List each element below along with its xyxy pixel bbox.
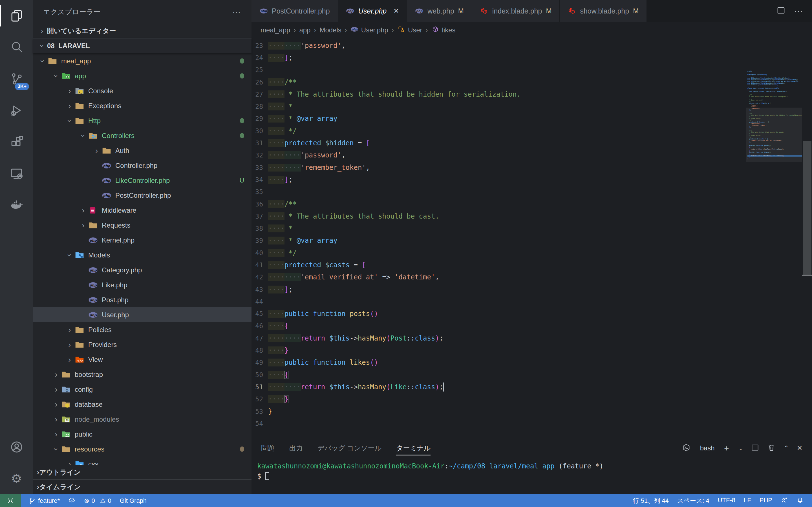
tree-item-Requests[interactable]: ›Requests <box>33 218 252 233</box>
tree-item-Auth[interactable]: ›Auth <box>33 143 252 158</box>
tree-item-Exceptions[interactable]: ›Exceptions <box>33 98 252 113</box>
chevron-right-icon[interactable]: › <box>64 87 75 96</box>
panel-tab-出力[interactable]: 出力 <box>289 439 303 457</box>
chevron-right-icon[interactable]: › <box>64 325 75 334</box>
breadcrumb-item-User[interactable]: User <box>397 26 422 34</box>
tree-item-PostController.php[interactable]: phpPostController.php <box>33 188 252 203</box>
tree-item-Controllers[interactable]: ›Controllers <box>33 128 252 143</box>
shell-label[interactable]: bash <box>700 444 715 452</box>
remote-explorer-icon[interactable] <box>0 158 33 189</box>
source-control-icon[interactable]: 3K+ <box>0 63 33 95</box>
breadcrumb-item-User.php[interactable]: phpUser.php <box>350 26 388 34</box>
chevron-right-icon[interactable]: › <box>51 385 61 394</box>
remote-indicator[interactable] <box>0 494 21 507</box>
tree-item-Http[interactable]: ›Http <box>33 113 252 128</box>
status-item-Git Graph[interactable]: Git Graph <box>116 497 151 504</box>
split-editor-icon[interactable] <box>776 6 785 16</box>
search-icon[interactable] <box>0 32 33 63</box>
chevron-right-icon[interactable]: › <box>78 206 88 215</box>
chevron-down-icon[interactable]: › <box>38 56 47 66</box>
status-item-0[interactable]: ⊗0⚠0 <box>80 497 116 504</box>
tree-item-View[interactable]: ›</>View <box>33 352 252 367</box>
status-item-LF[interactable]: LF <box>740 497 755 504</box>
close-panel-icon[interactable]: ✕ <box>797 444 802 452</box>
breadcrumb-item-likes[interactable]: likes <box>432 26 456 34</box>
tree-item-Post.php[interactable]: phpPost.php <box>33 292 252 307</box>
panel-tab-問題[interactable]: 問題 <box>261 439 274 457</box>
explorer-icon[interactable] <box>0 0 33 32</box>
tree-item-css[interactable]: ›#css <box>33 457 252 465</box>
kill-terminal-icon[interactable] <box>767 443 776 453</box>
chevron-right-icon[interactable]: › <box>51 370 61 379</box>
panel-tab-デバッグ コンソール[interactable]: デバッグ コンソール <box>317 439 382 457</box>
chevron-down-icon[interactable]: › <box>79 131 88 141</box>
vertical-scrollbar[interactable] <box>802 38 812 439</box>
tab-User.php[interactable]: phpUser.php✕ <box>338 0 407 22</box>
tree-item-User.php[interactable]: phpUser.php <box>33 307 252 322</box>
breadcrumb-item-meal_app[interactable]: meal_app <box>260 26 290 34</box>
status-item-スペース: 4[interactable]: スペース: 4 <box>673 497 714 505</box>
chevron-down-icon[interactable]: › <box>65 116 74 126</box>
scrollbar-slider[interactable] <box>803 141 811 275</box>
tree-item-Console[interactable]: ›>_Console <box>33 83 252 98</box>
docker-icon[interactable] <box>0 189 33 221</box>
chevron-down-icon[interactable]: › <box>52 71 61 81</box>
tree-item-bootstrap[interactable]: ›bootstrap <box>33 367 252 382</box>
status-item-bell[interactable] <box>792 497 808 504</box>
tab-PostController.php[interactable]: phpPostController.php <box>252 0 338 22</box>
chevron-right-icon[interactable]: › <box>51 400 61 409</box>
tab-show.blade.php[interactable]: show.blade.phpM <box>560 0 647 22</box>
minimap-slider[interactable] <box>746 108 802 162</box>
tree-item-Like.php[interactable]: phpLike.php <box>33 277 252 292</box>
close-icon[interactable]: ✕ <box>393 7 399 15</box>
tab-web.php[interactable]: phpweb.phpM <box>407 0 472 22</box>
tree-item-Category.php[interactable]: phpCategory.php <box>33 263 252 277</box>
chevron-right-icon[interactable]: › <box>64 460 75 465</box>
tree-item-meal_app[interactable]: ›meal_app <box>33 54 252 68</box>
breadcrumb-item-app[interactable]: app <box>299 26 310 34</box>
tree-item-Policies[interactable]: ›Policies <box>33 322 252 337</box>
tree-item-app[interactable]: ›⚙app <box>33 68 252 83</box>
minimap[interactable]: <?phpnamespace App\Models;use Illuminate… <box>746 38 802 439</box>
chevron-right-icon[interactable]: › <box>51 415 61 424</box>
extensions-icon[interactable] <box>0 126 33 158</box>
tree-item-public[interactable]: ›public <box>33 427 252 442</box>
tab-index.blade.php[interactable]: index.blade.phpM <box>472 0 560 22</box>
code-editor[interactable]: 23········'password',24····];2526····/**… <box>252 38 812 439</box>
timeline-section[interactable]: › タイムライン <box>33 480 252 494</box>
outline-section[interactable]: › アウトライン <box>33 465 252 480</box>
split-terminal-icon[interactable] <box>751 443 759 453</box>
breadcrumb-item-Models[interactable]: Models <box>319 26 341 34</box>
tree-item-resources[interactable]: ›resources <box>33 442 252 457</box>
status-item-UTF-8[interactable]: UTF-8 <box>714 497 740 504</box>
chevron-right-icon[interactable]: › <box>92 146 102 155</box>
tree-item-config[interactable]: ›⚙config <box>33 382 252 397</box>
tree-item-Models[interactable]: ›Models <box>33 247 252 263</box>
terminal-dropdown-icon[interactable]: ⌄ <box>739 445 743 452</box>
chevron-right-icon[interactable]: › <box>51 430 61 439</box>
settings-icon[interactable]: ⚙ <box>0 463 33 494</box>
status-item-PHP[interactable]: PHP <box>755 497 776 504</box>
status-item-feedback[interactable] <box>776 497 792 504</box>
panel-tab-ターミナル[interactable]: ターミナル <box>396 439 430 457</box>
tree-item-LikeController.php[interactable]: phpLikeController.phpU <box>33 173 252 188</box>
explorer-more-actions-icon[interactable]: ⋯ <box>232 7 241 17</box>
tree-item-Kernel.php[interactable]: phpKernel.php <box>33 233 252 247</box>
tree-item-Middleware[interactable]: ›Middleware <box>33 203 252 218</box>
open-editors-section[interactable]: › 開いているエディター <box>33 24 252 38</box>
new-terminal-icon[interactable]: ＋ <box>723 443 730 453</box>
chevron-right-icon[interactable]: › <box>64 355 75 364</box>
chevron-right-icon[interactable]: › <box>78 221 88 230</box>
status-item-feature*[interactable]: feature* <box>24 497 64 504</box>
chevron-right-icon[interactable]: › <box>64 101 75 110</box>
tree-item-database[interactable]: ›database <box>33 397 252 412</box>
workspace-section[interactable]: › 08_LARAVEL <box>33 38 252 53</box>
more-actions-icon[interactable]: ⋯ <box>794 6 804 16</box>
tree-item-node_modules[interactable]: ›JSnode_modules <box>33 412 252 427</box>
maximize-panel-icon[interactable]: ⌃ <box>783 445 789 452</box>
tree-item-Providers[interactable]: ›Providers <box>33 337 252 352</box>
run-debug-icon[interactable] <box>0 95 33 126</box>
chevron-down-icon[interactable]: › <box>52 444 61 454</box>
chevron-down-icon[interactable]: › <box>65 250 74 260</box>
status-item-行 51、列 44[interactable]: 行 51、列 44 <box>629 497 673 505</box>
